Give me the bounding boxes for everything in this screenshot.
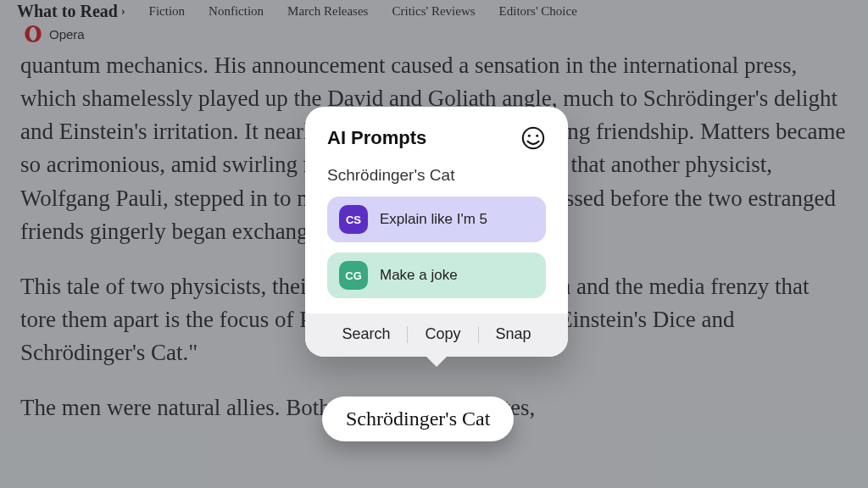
prompt-badge: CG bbox=[339, 261, 368, 290]
smile-icon[interactable] bbox=[520, 125, 546, 151]
chevron-right-icon: › bbox=[121, 5, 125, 18]
nav-item-critics[interactable]: Critics' Reviews bbox=[392, 4, 475, 19]
svg-point-2 bbox=[523, 128, 543, 148]
popover-title: AI Prompts bbox=[327, 127, 426, 149]
opera-icon bbox=[24, 25, 42, 43]
browser-label: Opera bbox=[0, 22, 868, 44]
svg-point-1 bbox=[30, 27, 37, 41]
prompt-explain-like-5[interactable]: CS Explain like I'm 5 bbox=[327, 197, 546, 242]
selection-pill[interactable]: Schrödinger's Cat bbox=[322, 396, 514, 441]
action-snap[interactable]: Snap bbox=[479, 325, 548, 343]
nav-item-march[interactable]: March Releases bbox=[287, 4, 368, 19]
nav-item-nonfiction[interactable]: Nonfiction bbox=[209, 4, 264, 19]
nav-brand-label: What to Read bbox=[17, 2, 118, 20]
ai-prompts-popover: AI Prompts Schrödinger's Cat CS Explain … bbox=[305, 107, 568, 357]
action-search[interactable]: Search bbox=[325, 325, 407, 343]
svg-point-4 bbox=[536, 135, 538, 137]
top-nav: What to Read› Fiction Nonfiction March R… bbox=[0, 0, 868, 22]
prompt-badge: CS bbox=[339, 205, 368, 234]
popover-tail bbox=[425, 355, 448, 367]
popover-selected-text: Schrödinger's Cat bbox=[327, 166, 546, 185]
prompt-make-joke[interactable]: CG Make a joke bbox=[327, 252, 546, 298]
popover-actions: Search Copy Snap bbox=[305, 313, 568, 357]
prompt-label: Make a joke bbox=[380, 267, 458, 284]
prompt-list: CS Explain like I'm 5 CG Make a joke bbox=[327, 197, 546, 298]
nav-item-editors[interactable]: Editors' Choice bbox=[499, 4, 577, 19]
nav-brand[interactable]: What to Read› bbox=[17, 2, 125, 21]
svg-point-3 bbox=[528, 135, 531, 137]
nav-item-fiction[interactable]: Fiction bbox=[149, 4, 186, 19]
action-copy[interactable]: Copy bbox=[408, 325, 477, 343]
prompt-label: Explain like I'm 5 bbox=[380, 211, 487, 228]
browser-name: Opera bbox=[49, 27, 85, 42]
